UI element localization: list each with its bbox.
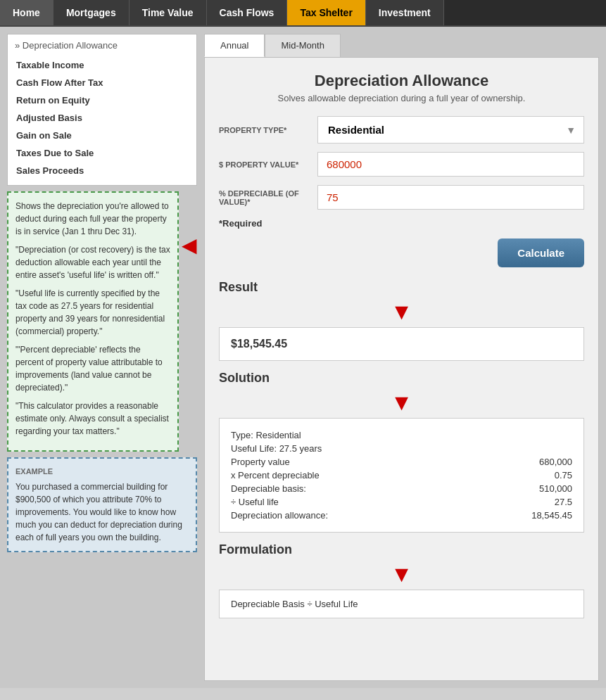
nav-tab-cash-flows[interactable]: Cash Flows: [207, 0, 288, 25]
navigation: HomeMortgagesTime ValueCash FlowsTax She…: [0, 0, 606, 27]
solution-row: x Percent depreciable0.75: [231, 469, 572, 482]
info-paragraphs: Shows the depreciation you're allowed to…: [15, 200, 170, 438]
solution-row: Useful Life: 27.5 years: [231, 442, 572, 455]
info-paragraph: "'Percent depreciable' reflects the perc…: [15, 343, 170, 394]
sidebar-menu-items: Taxable IncomeCash Flow After TaxReturn …: [15, 56, 189, 179]
solution-row: Property value680,000: [231, 455, 572, 469]
tab-mid-month[interactable]: Mid-Month: [265, 34, 340, 57]
depreciable-input-wrap: [317, 185, 584, 210]
solution-row: Depreciable basis:510,000: [231, 482, 572, 495]
sidebar-item-cash-flow-after-tax[interactable]: Cash Flow After Tax: [15, 74, 189, 91]
result-arrow-icon: ▼: [391, 300, 413, 323]
card-title: Depreciation Allowance: [219, 72, 584, 90]
formula-box: Depreciable Basis ÷ Useful Life: [219, 590, 584, 618]
example-text: You purchased a commercial building for …: [15, 481, 189, 544]
solution-row-value: [516, 443, 572, 454]
example-box: EXAMPLE You purchased a commercial build…: [7, 457, 197, 552]
main-layout: » Depreciation Allowance Taxable IncomeC…: [0, 27, 606, 688]
left-arrow-icon: ◀: [182, 234, 197, 257]
info-paragraph: "Depreciation (or cost recovery) is the …: [15, 243, 170, 281]
solution-box: Type: ResidentialUseful Life: 27.5 years…: [219, 418, 584, 533]
property-value-row: $ PROPERTY VALUE*: [219, 152, 584, 177]
sidebar: » Depreciation Allowance Taxable IncomeC…: [7, 34, 197, 681]
solution-section-label: Solution: [219, 371, 584, 386]
calc-btn-row: Calculate: [219, 238, 584, 267]
content-area: AnnualMid-Month Depreciation Allowance S…: [204, 34, 599, 681]
formulation-arrow-row: ▼: [219, 563, 584, 585]
tab-bar: AnnualMid-Month: [204, 34, 599, 57]
property-type-select-wrapper[interactable]: Residential Commercial: [317, 116, 584, 144]
solution-row-label: Property value: [231, 457, 516, 467]
depreciable-row: % DEPRECIABLE (OF VALUE)*: [219, 185, 584, 210]
solution-row-value: 0.75: [516, 470, 572, 481]
info-paragraph: "This calculator provides a reasonable e…: [15, 400, 170, 438]
formula-text: Depreciable Basis ÷ Useful Life: [231, 599, 358, 609]
property-type-input-wrap: Residential Commercial: [317, 116, 584, 144]
info-paragraph: "Useful life is currently specified by t…: [15, 287, 170, 338]
nav-tab-home[interactable]: Home: [0, 0, 53, 25]
info-box: Shows the depreciation you're allowed to…: [7, 191, 179, 452]
example-label: EXAMPLE: [15, 466, 189, 478]
card-subtitle: Solves allowable depreciation during a f…: [219, 93, 584, 103]
nav-tab-time-value[interactable]: Time Value: [130, 0, 207, 25]
sidebar-menu: » Depreciation Allowance Taxable IncomeC…: [7, 34, 197, 186]
result-box: $18,545.45: [219, 327, 584, 361]
solution-row-value: 27.5: [516, 497, 572, 507]
sidebar-item-return-on-equity[interactable]: Return on Equity: [15, 91, 189, 109]
solution-row-value: 510,000: [516, 483, 572, 494]
sidebar-item-adjusted-basis[interactable]: Adjusted Basis: [15, 109, 189, 127]
solution-row: Type: Residential: [231, 428, 572, 442]
solution-row-value: 680,000: [516, 457, 572, 467]
solution-row-label: ÷ Useful life: [231, 497, 516, 507]
solution-row-label: Depreciation allowance:: [231, 510, 516, 521]
solution-arrow-row: ▼: [219, 391, 584, 414]
nav-tab-mortgages[interactable]: Mortgages: [53, 0, 130, 25]
sidebar-item-taxes-due-to-sale[interactable]: Taxes Due to Sale: [15, 144, 189, 162]
solution-rows: Type: ResidentialUseful Life: 27.5 years…: [231, 428, 572, 522]
result-value: $18,545.45: [231, 338, 287, 350]
sidebar-item-taxable-income[interactable]: Taxable Income: [15, 56, 189, 74]
sidebar-item-gain-on-sale[interactable]: Gain on Sale: [15, 127, 189, 144]
solution-row-label: x Percent depreciable: [231, 470, 516, 481]
property-value-input-wrap: [317, 152, 584, 177]
property-type-row: PROPERTY TYPE* Residential Commercial: [219, 116, 584, 144]
solution-row-value: [516, 430, 572, 440]
sidebar-item-sales-proceeds[interactable]: Sales Proceeds: [15, 162, 189, 179]
property-type-select[interactable]: Residential Commercial: [317, 116, 584, 144]
solution-arrow-icon: ▼: [391, 391, 413, 414]
required-note: *Required: [219, 218, 584, 229]
property-value-input[interactable]: [317, 152, 584, 177]
result-section-label: Result: [219, 280, 584, 295]
main-card: Depreciation Allowance Solves allowable …: [204, 57, 599, 681]
tab-annual[interactable]: Annual: [204, 34, 265, 57]
depreciable-input[interactable]: [317, 185, 584, 210]
property-type-label: PROPERTY TYPE*: [219, 126, 310, 134]
info-paragraph: Shows the depreciation you're allowed to…: [15, 200, 170, 238]
solution-row: ÷ Useful life27.5: [231, 495, 572, 509]
solution-row: Depreciation allowance:18,545.45: [231, 509, 572, 522]
depreciable-label: % DEPRECIABLE (OF VALUE)*: [219, 189, 310, 206]
nav-tab-tax-shelter[interactable]: Tax Shelter: [287, 0, 365, 25]
nav-tab-investment[interactable]: Investment: [366, 0, 444, 25]
solution-row-label: Useful Life: 27.5 years: [231, 443, 516, 454]
solution-row-label: Type: Residential: [231, 430, 516, 440]
solution-row-label: Depreciable basis:: [231, 483, 516, 494]
calculate-button[interactable]: Calculate: [498, 238, 584, 267]
formulation-section-label: Formulation: [219, 542, 584, 557]
result-arrow-row: ▼: [219, 300, 584, 323]
formulation-arrow-icon: ▼: [391, 563, 413, 585]
property-value-label: $ PROPERTY VALUE*: [219, 160, 310, 169]
sidebar-menu-header: » Depreciation Allowance: [15, 40, 189, 51]
solution-row-value: 18,545.45: [516, 510, 572, 521]
